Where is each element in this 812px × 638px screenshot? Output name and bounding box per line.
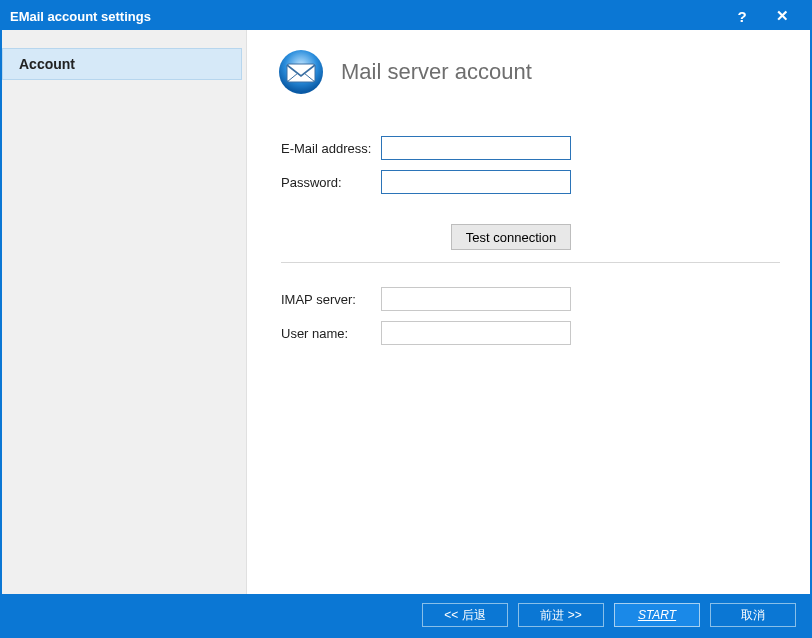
titlebar: EMail account settings ? ✕ — [2, 2, 810, 30]
sidebar-item-account[interactable]: Account — [2, 48, 242, 80]
page-header: Mail server account — [277, 48, 780, 96]
divider — [281, 262, 780, 263]
cancel-button[interactable]: 取消 — [710, 603, 796, 627]
mail-icon — [277, 48, 325, 96]
row-username: User name: — [281, 321, 780, 345]
main-panel: Mail server account E-Mail address: Pass… — [247, 30, 810, 594]
sidebar: Account — [2, 30, 247, 594]
label-password: Password: — [281, 175, 381, 190]
email-field[interactable] — [381, 136, 571, 160]
test-connection-button[interactable]: Test connection — [451, 224, 571, 250]
username-field[interactable] — [381, 321, 571, 345]
start-button[interactable]: START — [614, 603, 700, 627]
page-title: Mail server account — [341, 59, 532, 85]
row-email: E-Mail address: — [281, 136, 780, 160]
password-field[interactable] — [381, 170, 571, 194]
svg-rect-1 — [287, 64, 315, 82]
row-test: Test connection — [281, 224, 780, 250]
sidebar-item-label: Account — [19, 56, 75, 72]
row-imap: IMAP server: — [281, 287, 780, 311]
row-password: Password: — [281, 170, 780, 194]
content-area: Account — [2, 30, 810, 594]
form-area: E-Mail address: Password: Test connectio… — [277, 136, 780, 355]
label-email: E-Mail address: — [281, 141, 381, 156]
imap-server-field[interactable] — [381, 287, 571, 311]
footer: << 后退 前进 >> START 取消 — [2, 594, 810, 636]
help-button[interactable]: ? — [722, 8, 762, 25]
window-title: EMail account settings — [10, 9, 722, 24]
close-button[interactable]: ✕ — [762, 7, 802, 25]
label-username: User name: — [281, 326, 381, 341]
back-button[interactable]: << 后退 — [422, 603, 508, 627]
label-imap: IMAP server: — [281, 292, 381, 307]
forward-button[interactable]: 前进 >> — [518, 603, 604, 627]
